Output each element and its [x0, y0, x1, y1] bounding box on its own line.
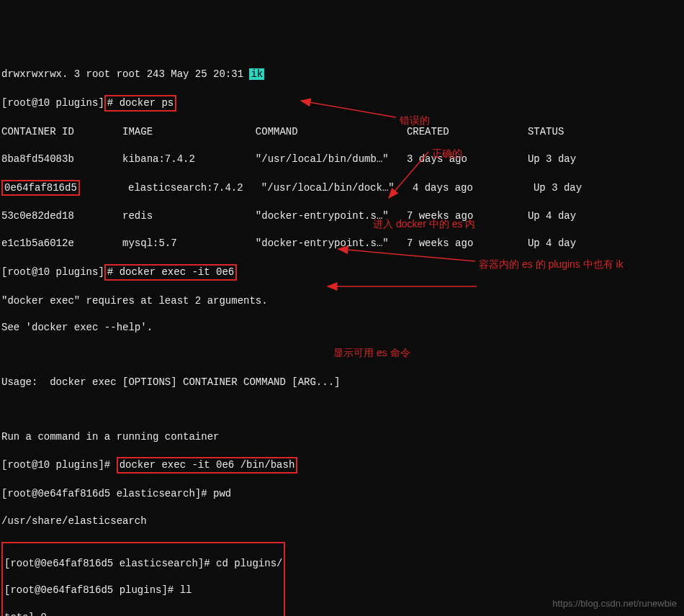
ps-row: e1c1b5a6012e mysql:5.7 "docker-entrypoin… [1, 237, 683, 250]
prompt-line: [root@0e64faf816d5 elasticsearch]# pwd [1, 487, 683, 501]
text-line: Run a command in a running container [1, 430, 683, 444]
box-docker-exec-err: # docker exec -it 0e6 [104, 264, 237, 281]
annotation-es-cmds: 显示可用 es 命令 [333, 346, 410, 360]
annotation-correct: 正确的 [432, 147, 462, 160]
box-container-id: 0e64faf816d5 [1, 180, 80, 196]
line-partial: drwxrwxrwx. 3 root root 243 May 25 20:31… [1, 68, 683, 81]
box-cd-plugins: [root@0e64faf816d5 elasticsearch]# cd pl… [1, 542, 285, 616]
watermark: https://blog.csdn.net/runewbie [552, 597, 677, 610]
usage-line: Usage: docker exec [OPTIONS] CONTAINER C… [1, 376, 683, 389]
box-docker-ps: # docker ps [104, 95, 176, 112]
ik-dir: ik [249, 68, 264, 80]
err-line: "docker exec" requires at least 2 argume… [1, 294, 683, 308]
terminal[interactable]: drwxrwxrwx. 3 root root 243 May 25 20:31… [0, 55, 684, 616]
annotation-wrong: 错误的 [400, 114, 430, 127]
box-docker-exec-ok: docker exec -it 0e6 /bin/bash [117, 457, 298, 474]
ps-header: CONTAINER ID IMAGE COMMAND CREATED STATU… [1, 125, 683, 139]
prompt-line: [root@10 plugins]# docker ps [1, 95, 683, 112]
annotation-plugins-ik: 容器内的 es 的 plugins 中也有 ik [479, 258, 624, 271]
ps-row: 53c0e82ded18 redis "docker-entrypoint.s…… [1, 209, 683, 223]
annotation-enter-es: 进入 docker 中的 es 内 [373, 217, 475, 231]
output-line: /usr/share/elasticsearch [1, 515, 683, 528]
ps-row: 8ba8fd54083b kibana:7.4.2 "/usr/local/bi… [1, 153, 683, 166]
ps-row: 0e64faf816d5 elasticsearch:7.4.2 "/usr/l… [1, 180, 683, 196]
prompt-line: [root@10 plugins]# docker exec -it 0e6 /… [1, 457, 683, 474]
err-line: See 'docker exec --help'. [1, 321, 683, 335]
